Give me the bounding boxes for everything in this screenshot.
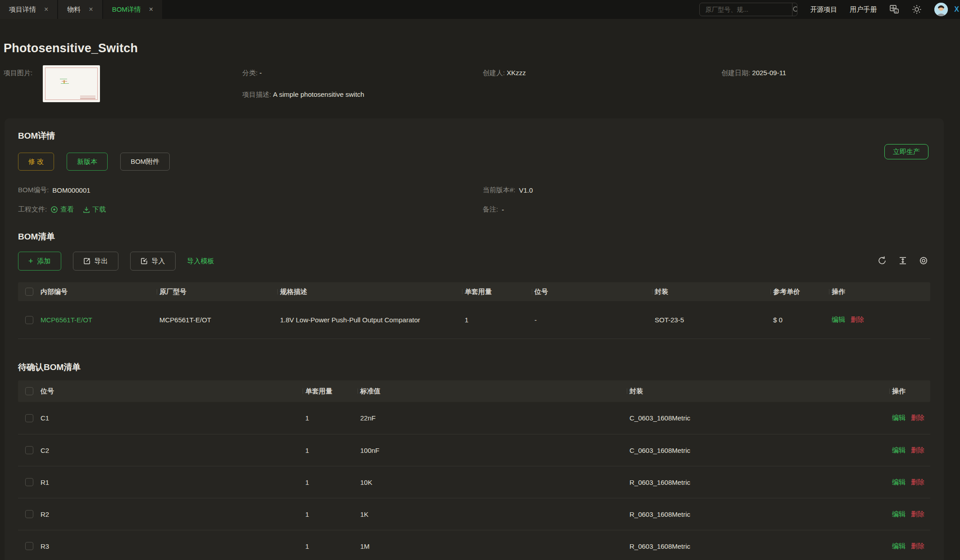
creator-value: XKzzz (507, 69, 526, 77)
close-icon[interactable]: × (44, 5, 48, 14)
edit-link[interactable]: 编辑 (892, 414, 906, 422)
nav-open-source[interactable]: 开源项目 (810, 5, 837, 14)
select-all-checkbox[interactable] (25, 387, 33, 395)
pending-table: 位号 单套用量 标准值 封装 操作 C1 1 22nF C_0603_1608M… (18, 380, 930, 560)
footprint-cell: R_0603_1608Metric (627, 542, 889, 550)
designator-cell: C1 (38, 414, 303, 422)
delete-link[interactable]: 删除 (851, 316, 864, 324)
project-info: 项目图片: 分类: - 创建人: XKzzz 创建日期: 2025-09-11 … (0, 58, 960, 126)
delete-link[interactable]: 删除 (911, 542, 924, 551)
row-checkbox[interactable] (25, 510, 33, 518)
produce-now-button[interactable]: 立即生产 (884, 144, 928, 159)
tab-materials[interactable]: 物料 × (58, 0, 102, 19)
designator-cell: C2 (38, 447, 303, 454)
created-date-label: 创建日期: (721, 69, 750, 77)
footprint-cell: C_0603_1608Metric (627, 414, 889, 422)
svg-text:n: n (895, 10, 897, 13)
export-button-label: 导出 (95, 257, 108, 266)
close-icon[interactable]: × (89, 5, 93, 14)
close-icon[interactable]: × (149, 5, 153, 14)
export-button[interactable]: 导出 (73, 252, 118, 271)
col-spec: 规格描述 (277, 288, 462, 296)
pending-table-header: 位号 单套用量 标准值 封装 操作 (18, 380, 930, 402)
eye-icon (50, 206, 58, 213)
edit-link[interactable]: 编辑 (892, 478, 906, 487)
created-date-value: 2025-09-11 (752, 69, 786, 77)
creator-field: 创建人: XKzzz (483, 69, 526, 77)
internal-number-link[interactable]: MCP6561T-E/OT (38, 316, 157, 324)
col-standard-value: 标准值 (358, 387, 627, 396)
language-icon[interactable]: n (889, 5, 899, 14)
col-internal-number: 内部编号 (38, 288, 157, 296)
row-checkbox[interactable] (25, 542, 33, 550)
import-template-link[interactable]: 导入模板 (187, 257, 214, 266)
refresh-icon[interactable] (877, 256, 887, 266)
search-button[interactable] (792, 3, 797, 16)
new-version-button[interactable]: 新版本 (67, 153, 108, 171)
bom-number-value: BOM000001 (52, 186, 90, 194)
username-partial[interactable]: X (954, 5, 959, 14)
add-button[interactable]: + 添加 (18, 252, 61, 271)
footprint-cell: SOT-23-5 (652, 316, 770, 324)
col-footprint: 封装 (652, 288, 770, 296)
row-checkbox[interactable] (25, 446, 33, 454)
search-input[interactable] (700, 6, 792, 13)
footprint-cell: C_0603_1608Metric (627, 447, 889, 454)
tab-label: 物料 (67, 5, 81, 14)
pending-row: R1 1 10K R_0603_1608Metric 编辑 删除 (18, 466, 930, 498)
row-checkbox[interactable] (25, 316, 33, 324)
nav-user-manual[interactable]: 用户手册 (850, 5, 877, 14)
bom-table-row: MCP6561T-E/OT MCP6561T-E/OT 1.8V Low-Pow… (18, 301, 930, 339)
pending-list-title: 待确认BOM清单 (18, 361, 930, 373)
engineering-files-label: 工程文件: (18, 205, 47, 214)
qty-cell: 1 (303, 510, 358, 518)
current-version-field: 当前版本#: V1.0 (483, 186, 930, 194)
edit-link[interactable]: 编辑 (832, 316, 845, 324)
designator-cell: R2 (38, 510, 303, 518)
pending-row: C2 1 100nF C_0603_1608Metric 编辑 删除 (18, 434, 930, 466)
modify-button[interactable]: 修 改 (18, 153, 54, 171)
edit-link[interactable]: 编辑 (892, 446, 906, 455)
remark-value: - (502, 206, 504, 213)
mpn-cell: MCP6561T-E/OT (157, 316, 277, 324)
engineering-files-field: 工程文件: 查看 下载 (18, 205, 483, 214)
delete-link[interactable]: 删除 (911, 414, 924, 422)
value-cell: 22nF (358, 414, 627, 422)
bom-detail-actions: 修 改 新版本 BOM附件 (18, 153, 930, 171)
avatar[interactable] (934, 3, 948, 16)
value-cell: 100nF (358, 447, 627, 454)
table-tools (877, 256, 928, 266)
theme-sun-icon[interactable] (912, 5, 922, 14)
tab-project-detail[interactable]: 项目详情 × (0, 0, 57, 19)
delete-link[interactable]: 删除 (911, 478, 924, 487)
bom-attachment-button[interactable]: BOM附件 (120, 153, 170, 171)
row-checkbox[interactable] (25, 414, 33, 422)
tab-bom-detail[interactable]: BOM详情 × (103, 0, 163, 19)
bom-table: 内部编号 原厂型号 规格描述 单套用量 位号 封装 参考单价 操作 MCP656… (18, 282, 930, 339)
download-icon (83, 206, 90, 213)
delete-link[interactable]: 删除 (911, 446, 924, 455)
tab-label: BOM详情 (112, 5, 141, 14)
description-label: 项目描述: (242, 90, 271, 98)
pending-row: R2 1 1K R_0603_1608Metric 编辑 删除 (18, 498, 930, 530)
download-link[interactable]: 下载 (83, 205, 106, 214)
edit-link[interactable]: 编辑 (892, 542, 906, 551)
search-box[interactable] (699, 3, 797, 16)
delete-link[interactable]: 删除 (911, 510, 924, 519)
settings-gear-icon[interactable] (919, 256, 928, 266)
bom-number-label: BOM编号: (18, 186, 49, 194)
view-link[interactable]: 查看 (50, 205, 74, 214)
row-height-icon[interactable] (898, 256, 908, 266)
tab-label: 项目详情 (9, 5, 36, 14)
bom-detail-title: BOM详情 (18, 130, 930, 142)
col-qty: 单套用量 (462, 288, 532, 296)
search-icon (792, 6, 797, 14)
select-all-checkbox[interactable] (25, 288, 33, 296)
edit-link[interactable]: 编辑 (892, 510, 906, 519)
col-qty: 单套用量 (303, 387, 358, 396)
pending-row: R3 1 1M R_0603_1608Metric 编辑 删除 (18, 530, 930, 560)
project-thumbnail[interactable] (43, 65, 100, 102)
row-checkbox[interactable] (25, 478, 33, 486)
import-icon (140, 257, 148, 265)
import-button[interactable]: 导入 (130, 252, 176, 271)
